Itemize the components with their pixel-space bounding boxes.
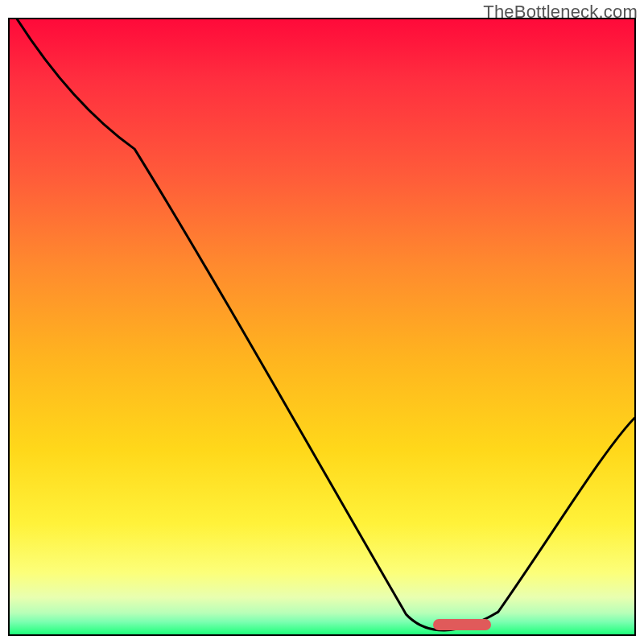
plot-area — [8, 18, 636, 636]
watermark-text: TheBottleneck.com — [483, 2, 638, 23]
curve-svg — [10, 19, 634, 634]
chart-container: TheBottleneck.com — [0, 0, 644, 644]
optimal-range-marker — [433, 619, 491, 630]
bottleneck-curve — [10, 19, 634, 630]
